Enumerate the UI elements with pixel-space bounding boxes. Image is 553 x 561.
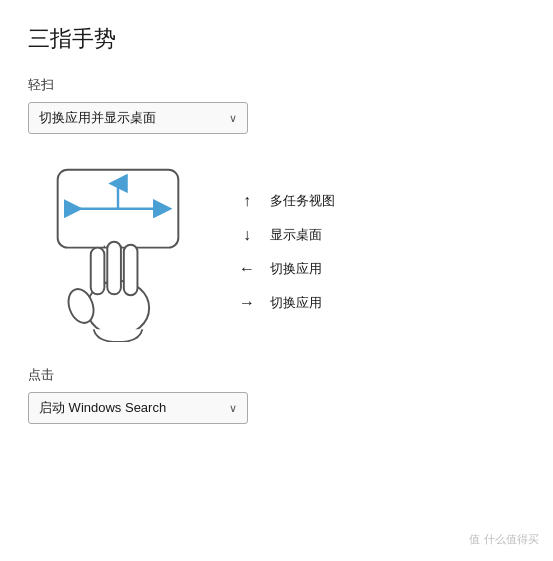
gesture-illustration bbox=[38, 162, 198, 342]
gesture-arrow-right-icon: → bbox=[238, 294, 256, 312]
gesture-desc-0: 多任务视图 bbox=[270, 192, 335, 210]
gesture-arrow-up-icon: ↑ bbox=[238, 192, 256, 210]
swipe-section: 轻扫 切换应用并显示桌面 ∨ bbox=[28, 76, 525, 134]
tap-label: 点击 bbox=[28, 366, 525, 384]
swipe-dropdown[interactable]: 切换应用并显示桌面 ∨ bbox=[28, 102, 248, 134]
svg-rect-5 bbox=[91, 248, 105, 295]
gesture-arrow-down-icon: ↓ bbox=[238, 226, 256, 244]
watermark-icon: 值 bbox=[469, 532, 480, 547]
swipe-chevron-icon: ∨ bbox=[229, 112, 237, 125]
gesture-item-3: → 切换应用 bbox=[238, 294, 335, 312]
page-title: 三指手势 bbox=[28, 24, 525, 54]
gesture-arrow-left-icon: ← bbox=[238, 260, 256, 278]
tap-dropdown-value: 启动 Windows Search bbox=[39, 399, 166, 417]
gesture-area: ↑ 多任务视图 ↓ 显示桌面 ← 切换应用 → 切换应用 bbox=[38, 162, 525, 342]
svg-rect-7 bbox=[124, 245, 138, 296]
gesture-item-2: ← 切换应用 bbox=[238, 260, 335, 278]
gesture-desc-2: 切换应用 bbox=[270, 260, 322, 278]
svg-rect-6 bbox=[107, 242, 121, 295]
tap-chevron-icon: ∨ bbox=[229, 402, 237, 415]
tap-dropdown[interactable]: 启动 Windows Search ∨ bbox=[28, 392, 248, 424]
gesture-item-0: ↑ 多任务视图 bbox=[238, 192, 335, 210]
gesture-desc-3: 切换应用 bbox=[270, 294, 322, 312]
tap-section: 点击 启动 Windows Search ∨ bbox=[28, 366, 525, 424]
gesture-legend: ↑ 多任务视图 ↓ 显示桌面 ← 切换应用 → 切换应用 bbox=[238, 192, 335, 312]
watermark-text: 什么值得买 bbox=[484, 532, 539, 547]
watermark: 值 什么值得买 bbox=[469, 532, 539, 547]
gesture-desc-1: 显示桌面 bbox=[270, 226, 322, 244]
gesture-item-1: ↓ 显示桌面 bbox=[238, 226, 335, 244]
swipe-label: 轻扫 bbox=[28, 76, 525, 94]
swipe-dropdown-value: 切换应用并显示桌面 bbox=[39, 109, 156, 127]
